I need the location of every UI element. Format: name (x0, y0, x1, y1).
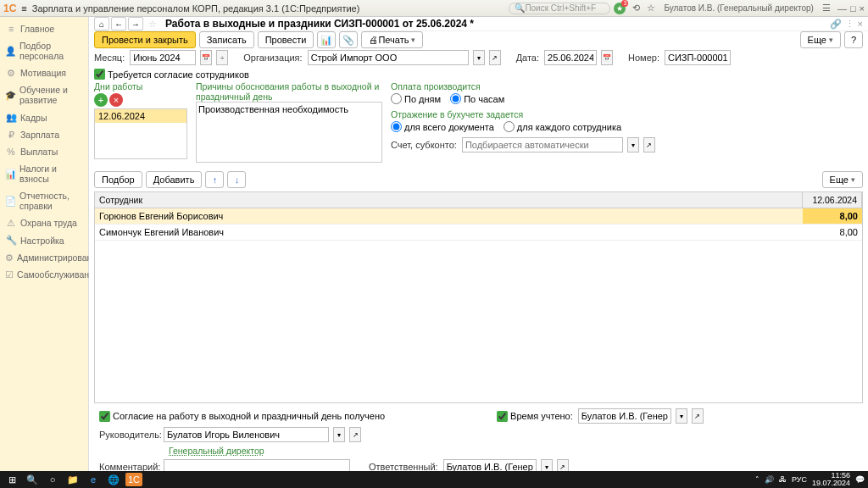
day-row[interactable]: 12.06.2024 (95, 109, 186, 123)
move-down-button[interactable]: ↓ (227, 171, 246, 188)
attach-button[interactable]: 📎 (339, 31, 358, 48)
notifications-icon[interactable]: ★ (614, 3, 626, 14)
col-employee[interactable]: Сотрудник (95, 192, 803, 208)
nav-home-button[interactable]: ⌂ (94, 17, 109, 30)
by-hours-radio[interactable]: По часам (450, 93, 504, 104)
month-calendar-button[interactable]: 📅 (200, 50, 212, 65)
for-doc-radio[interactable]: для всего документа (391, 121, 494, 132)
ie-icon[interactable]: e (85, 473, 102, 486)
history-icon[interactable]: ⟲ (632, 3, 640, 14)
report-button[interactable]: 📊 (317, 31, 336, 48)
reason-textarea[interactable]: Производственная необходимость (196, 102, 382, 163)
close-tab-icon[interactable]: × (858, 19, 863, 30)
month-input[interactable] (130, 50, 196, 65)
tray-up-icon[interactable]: ˄ (755, 475, 760, 484)
date-calendar-button[interactable]: 📅 (601, 50, 613, 65)
consent-received-checkbox[interactable]: Согласие на работу в выходной и празднич… (99, 411, 385, 422)
sidebar-item-motivation[interactable]: ⚙Мотивация (0, 64, 88, 81)
responsible-input[interactable] (443, 459, 537, 471)
global-search[interactable]: 🔍 Поиск Ctrl+Shift+F (509, 3, 610, 14)
org-drop-button[interactable]: ▾ (473, 50, 485, 65)
col-date[interactable]: 12.06.2024 (803, 192, 862, 208)
more-button[interactable]: Еще (800, 31, 841, 48)
number-input[interactable] (665, 50, 731, 65)
sidebar-item-salary[interactable]: ₽Зарплата (0, 126, 88, 143)
sidebar-item-payments[interactable]: %Выплаты (0, 143, 88, 160)
for-each-radio[interactable]: для каждого сотрудника (504, 121, 621, 132)
sidebar-item-settings[interactable]: 🔧Настройка (0, 231, 88, 249)
manager-input[interactable] (164, 427, 329, 442)
account-input[interactable] (462, 137, 623, 152)
days-section-label: Дни работы (94, 81, 187, 92)
star-icon[interactable]: ☆ (148, 19, 157, 30)
sidebar-item-self[interactable]: ☑Самообслуживание (0, 266, 88, 283)
tray-volume-icon[interactable]: 🔊 (765, 475, 774, 484)
select-button[interactable]: Подбор (94, 171, 142, 188)
minimize-icon[interactable]: — (837, 3, 847, 14)
search-taskbar-icon[interactable]: 🔍 (24, 473, 41, 486)
link-icon[interactable]: 🔗 (830, 19, 842, 30)
edge-icon[interactable]: 🌐 (105, 473, 122, 486)
sidebar-item-admin[interactable]: ⚙Администрирование (0, 249, 88, 266)
consent-required-checkbox[interactable]: Требуется согласие сотрудников (94, 69, 249, 80)
close-icon[interactable]: × (860, 3, 865, 14)
save-button[interactable]: Записать (199, 31, 254, 48)
sidebar-label: Самообслуживание (17, 269, 99, 280)
cortana-icon[interactable]: ○ (44, 473, 61, 486)
post-button[interactable]: Провести (258, 31, 314, 48)
comment-input[interactable] (164, 459, 350, 471)
nav-back-button[interactable]: ← (111, 17, 126, 30)
account-open-button[interactable]: ↗ (643, 137, 655, 152)
days-list[interactable]: 12.06.2024 (94, 108, 187, 159)
by-days-radio[interactable]: По дням (391, 93, 441, 104)
start-button[interactable]: ⊞ (3, 473, 20, 486)
responsible-open-button[interactable]: ↗ (557, 459, 569, 471)
post-and-close-button[interactable]: Провести и закрыть (94, 31, 196, 48)
date-input[interactable] (544, 50, 597, 65)
notifications-tray-icon[interactable]: 💬 (855, 475, 865, 484)
tray-network-icon[interactable]: 🖧 (779, 475, 787, 484)
month-spinner[interactable]: ÷ (216, 50, 228, 65)
maximize-icon[interactable]: □ (850, 3, 856, 14)
time-open-button[interactable]: ↗ (692, 408, 704, 424)
sidebar-item-training[interactable]: 🎓Обучение и развитие (0, 81, 88, 108)
manager-drop-button[interactable]: ▾ (333, 427, 345, 442)
responsible-drop-button[interactable]: ▾ (541, 459, 553, 471)
delete-day-button[interactable]: × (109, 93, 123, 107)
org-input[interactable] (308, 50, 469, 65)
nav-fwd-button[interactable]: → (128, 17, 143, 30)
table-row[interactable]: Симончук Евгений Иванович 8,00 (95, 225, 862, 241)
consent-label: Требуется согласие сотрудников (108, 69, 249, 80)
taskbar-clock[interactable]: 11:56 19.07.2024 (812, 472, 850, 487)
org-open-button[interactable]: ↗ (489, 50, 501, 65)
add-row-button[interactable]: Добавить (146, 171, 203, 188)
sidebar-label: Налоги и взносы (19, 164, 83, 184)
hamburger-icon[interactable]: ≡ (21, 3, 26, 14)
sidebar-item-safety[interactable]: ⚠Охрана труда (0, 214, 88, 231)
time-drop-button[interactable]: ▾ (676, 408, 687, 424)
sidebar-item-taxes[interactable]: 📊Налоги и взносы (0, 160, 88, 187)
1c-taskbar-icon[interactable]: 1С (125, 473, 142, 486)
help-button[interactable]: ? (844, 31, 863, 48)
table-row[interactable]: Горюнов Евгений Борисович 8,00 (95, 208, 862, 225)
time-person-input[interactable] (578, 408, 671, 424)
time-recorded-checkbox[interactable]: Время учтено: (497, 411, 573, 422)
tray-lang[interactable]: РУС (792, 475, 807, 484)
gear-icon: ⚙ (5, 252, 14, 263)
sidebar-item-hr[interactable]: 👥Кадры (0, 108, 88, 126)
table-more-button[interactable]: Еще (822, 171, 863, 188)
more-icon[interactable]: ⋮ (845, 19, 854, 30)
print-button[interactable]: 🖨 Печать (361, 31, 423, 48)
account-drop-button[interactable]: ▾ (627, 137, 639, 152)
explorer-icon[interactable]: 📁 (64, 473, 81, 486)
manager-position-link[interactable]: Генеральный директор (169, 446, 264, 456)
sidebar-item-reports[interactable]: 📄Отчетность, справки (0, 187, 88, 214)
sidebar-item-main[interactable]: ≡Главное (0, 20, 88, 37)
manager-open-button[interactable]: ↗ (349, 427, 361, 442)
add-day-button[interactable]: + (94, 93, 108, 107)
current-user[interactable]: Булатов И.В. (Генеральный директор) (664, 3, 814, 13)
favorites-icon[interactable]: ☆ (647, 3, 655, 14)
sidebar-item-recruit[interactable]: 👤Подбор персонала (0, 37, 88, 64)
move-up-button[interactable]: ↑ (205, 171, 224, 188)
menu-icon[interactable]: ☰ (822, 3, 831, 14)
